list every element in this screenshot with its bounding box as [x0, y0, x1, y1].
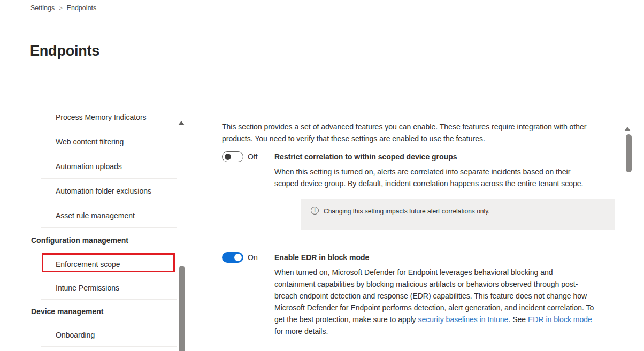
sidebar-scrollbar-thumb[interactable]: [179, 266, 185, 351]
settings-endpoints-page: Settings > Endpoints Endpoints Process M…: [0, 0, 644, 351]
sidebar-item-automation-uploads[interactable]: Automation uploads: [30, 154, 177, 179]
breadcrumb-endpoints[interactable]: Endpoints: [67, 4, 97, 12]
info-icon: i: [311, 207, 319, 215]
toggle-state-label: On: [248, 252, 258, 263]
sidebar-item-automation-folder-exclusions[interactable]: Automation folder exclusions: [30, 179, 177, 203]
setting-content: Enable EDR in block mode When turned on,…: [274, 252, 616, 337]
content-scroll-up-icon[interactable]: [624, 127, 631, 131]
security-baselines-intune-link[interactable]: security baselines in Intune: [418, 315, 509, 324]
sidebar-section-configuration-management: Configuration management: [30, 228, 177, 253]
sidebar-item-enforcement-scope[interactable]: Enforcement scope: [30, 253, 177, 276]
setting-title: Restrict correlation to within scoped de…: [274, 151, 616, 162]
setting-restrict-correlation: Off Restrict correlation to within scope…: [222, 151, 616, 230]
edr-block-mode-link[interactable]: EDR in block mode: [528, 315, 592, 324]
sidebar-scroll-up-icon[interactable]: [178, 121, 185, 125]
section-intro-text: This section provides a set of advanced …: [222, 121, 599, 144]
description-text: . See: [508, 315, 528, 324]
sidebar-item-intune-permissions[interactable]: Intune Permissions: [30, 276, 177, 300]
breadcrumb: Settings > Endpoints: [30, 4, 96, 12]
setting-title: Enable EDR in block mode: [274, 252, 616, 263]
header-divider: [25, 90, 644, 90]
settings-nav-sidebar: Process Memory Indicators Web content fi…: [30, 105, 177, 347]
description-text: for more details.: [274, 327, 328, 335]
edr-block-mode-toggle-group: On: [222, 252, 274, 263]
restrict-correlation-toggle[interactable]: [222, 151, 243, 162]
info-message-text: Changing this setting impacts future ale…: [324, 207, 490, 216]
sidebar-item-process-memory-indicators[interactable]: Process Memory Indicators: [30, 105, 177, 129]
breadcrumb-settings[interactable]: Settings: [30, 4, 55, 12]
content-scrollbar-thumb[interactable]: [626, 134, 632, 172]
content-divider: [200, 103, 200, 351]
sidebar-item-asset-rule-management[interactable]: Asset rule management: [30, 203, 177, 228]
page-title: Endpoints: [30, 43, 99, 59]
advanced-features-panel: This section provides a set of advanced …: [222, 121, 616, 337]
edr-block-mode-toggle[interactable]: [222, 252, 243, 263]
toggle-knob: [225, 154, 231, 160]
setting-content: Restrict correlation to within scoped de…: [274, 151, 616, 230]
setting-description: When turned on, Microsoft Defender for E…: [274, 266, 595, 337]
sidebar-item-onboarding[interactable]: Onboarding: [30, 323, 177, 347]
setting-edr-block-mode: On Enable EDR in block mode When turned …: [222, 252, 616, 337]
chevron-right-icon: >: [59, 5, 62, 11]
sidebar-section-device-management: Device management: [30, 300, 177, 323]
toggle-knob: [234, 254, 242, 261]
info-message-bar: i Changing this setting impacts future a…: [301, 199, 615, 230]
restrict-correlation-toggle-group: Off: [222, 151, 274, 162]
toggle-state-label: Off: [248, 151, 257, 162]
sidebar-item-web-content-filtering[interactable]: Web content filtering: [30, 129, 177, 154]
setting-description: When this setting is turned on, alerts a…: [274, 166, 595, 189]
